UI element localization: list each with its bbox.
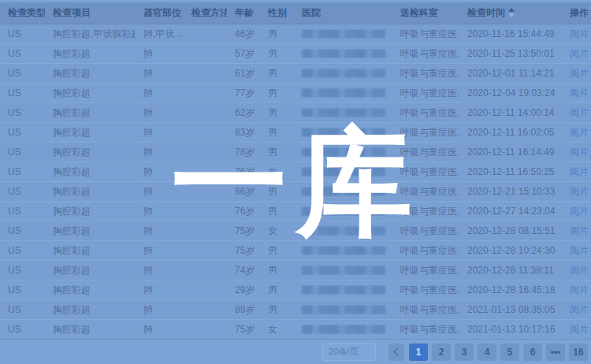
cell-hospital	[294, 108, 392, 117]
cell-exam-time: 2020-12-21 15:10:33	[459, 186, 562, 197]
redacted-hospital-name	[302, 108, 385, 117]
read-film-link[interactable]: 阅片	[570, 166, 589, 177]
redacted-hospital-name	[302, 206, 385, 216]
table-row[interactable]: US 胸腔彩超 肺 62岁 男 呼吸与重症医... 2020-12-11 14:…	[0, 103, 591, 123]
read-film-link[interactable]: 阅片	[570, 284, 589, 295]
page-button-1[interactable]: 1	[409, 344, 428, 361]
table-row[interactable]: US 胸腔彩超 肺 77岁 男 呼吸与重症医... 2020-12-04 19:…	[0, 84, 591, 103]
read-film-link[interactable]: 阅片	[570, 107, 589, 118]
redacted-hospital-name	[302, 49, 385, 58]
table-row[interactable]: US 胸腔彩超 肺 89岁 男 呼吸与重症医... 2021-01-13 08:…	[0, 300, 591, 320]
cell-exam-time: 2021-01-13 10:17:16	[459, 324, 562, 335]
cell-gender: 女	[260, 225, 294, 238]
page-size-select[interactable]: 20条/页	[322, 343, 376, 361]
cell-exam-item: 胸腔彩超	[45, 146, 136, 159]
prev-page-button[interactable]	[388, 344, 404, 361]
cell-exam-time: 2020-11-25 13:50:01	[459, 48, 562, 59]
cell-age: 83岁	[227, 126, 260, 139]
cell-exam-time: 2020-12-04 19:03:24	[459, 87, 562, 98]
page-button-4[interactable]: 4	[478, 344, 496, 361]
sort-caret-icon[interactable]	[508, 7, 516, 18]
col-header-exam-time-sortable[interactable]: 检查时间	[459, 2, 562, 24]
cell-exam-item: 胸腔彩超	[45, 67, 136, 80]
cell-hospital	[294, 206, 392, 216]
read-film-link[interactable]: 阅片	[570, 206, 589, 217]
read-film-link[interactable]: 阅片	[570, 87, 589, 98]
read-film-link[interactable]: 阅片	[570, 324, 589, 335]
cell-exam-item: 胸腔彩超	[45, 165, 136, 179]
cell-age: 75岁	[227, 244, 260, 258]
cell-department: 呼吸与重症医...	[392, 47, 459, 61]
read-film-link[interactable]: 阅片	[570, 147, 589, 158]
redacted-hospital-name	[302, 69, 385, 78]
page-button-2[interactable]: 2	[432, 344, 451, 361]
cell-exam-item: 胸腔彩超	[45, 47, 136, 61]
cell-hospital	[294, 69, 392, 78]
cell-exam-item: 胸腔彩超,甲状腺彩超	[45, 28, 136, 41]
cell-gender: 男	[260, 205, 294, 218]
cell-gender: 男	[260, 47, 294, 61]
cell-gender: 女	[260, 165, 294, 179]
redacted-hospital-name	[302, 29, 385, 39]
page-button-5[interactable]: 5	[500, 344, 519, 361]
read-film-link[interactable]: 阅片	[570, 225, 589, 236]
cell-age: 57岁	[227, 47, 260, 61]
read-film-link[interactable]: 阅片	[570, 245, 589, 256]
cell-age: 77岁	[227, 87, 260, 100]
cell-age: 74岁	[227, 264, 260, 277]
table-row[interactable]: US 胸腔彩超,甲状腺彩超 肺,甲状... 46岁 男 呼吸与重症医... 20…	[0, 24, 591, 44]
table-row[interactable]: US 胸腔彩超 肺 75岁 女 呼吸与重症医... 2020-12-28 08:…	[0, 221, 591, 241]
cell-exam-type: US	[0, 68, 45, 79]
table-row[interactable]: US 胸腔彩超 肺 74岁 男 呼吸与重症医... 2020-12-28 11:…	[0, 261, 591, 280]
table-row[interactable]: US 胸腔彩超 肺 75岁 男 呼吸与重症医... 2020-12-28 10:…	[0, 241, 591, 261]
read-film-link[interactable]: 阅片	[570, 48, 589, 59]
table-row[interactable]: US 胸腔彩超 肺 78岁 男 呼吸与重症医... 2020-12-11 16:…	[0, 143, 591, 162]
cell-hospital	[294, 246, 392, 255]
page-button-16[interactable]: 16	[569, 344, 588, 361]
redacted-hospital-name	[302, 147, 385, 157]
cell-action: 阅片	[562, 106, 591, 120]
pager-more-button[interactable]: •••	[546, 344, 565, 361]
cell-exam-type: US	[0, 186, 45, 197]
cell-organ: 肺	[136, 284, 184, 297]
cell-action: 阅片	[562, 323, 591, 336]
cell-age: 61岁	[227, 67, 260, 80]
redacted-hospital-name	[302, 226, 385, 236]
cell-hospital	[294, 29, 392, 39]
cell-exam-type: US	[0, 28, 45, 39]
table-row[interactable]: US 胸腔彩超 肺 61岁 男 呼吸与重症医... 2020-12-01 11:…	[0, 64, 591, 84]
table-row[interactable]: US 胸腔彩超 肺 66岁 男 呼吸与重症医... 2020-12-21 15:…	[0, 182, 591, 202]
table-row[interactable]: US 胸腔彩超 肺 75岁 女 呼吸与重症医... 2021-01-13 10:…	[0, 320, 591, 340]
read-film-link[interactable]: 阅片	[570, 304, 589, 315]
page-button-3[interactable]: 3	[455, 344, 474, 361]
cell-action: 阅片	[562, 146, 591, 159]
cell-exam-time: 2020-12-11 16:02:05	[459, 127, 562, 138]
cell-organ: 肺	[136, 185, 184, 199]
read-film-link[interactable]: 阅片	[570, 68, 589, 79]
cell-action: 阅片	[562, 284, 591, 297]
cell-exam-time: 2020-12-11 16:50:25	[459, 166, 562, 177]
cell-age: 29岁	[227, 284, 260, 297]
table-row[interactable]: US 胸腔彩超 肺 76岁 女 呼吸与重症医... 2020-12-11 16:…	[0, 162, 591, 182]
read-film-link[interactable]: 阅片	[570, 186, 589, 197]
redacted-hospital-name	[302, 246, 385, 255]
cell-department: 呼吸与重症医...	[392, 106, 459, 120]
sort-descending-icon[interactable]	[508, 13, 515, 17]
sort-ascending-icon[interactable]	[508, 8, 515, 12]
cell-organ: 肺	[136, 165, 184, 179]
table-row[interactable]: US 胸腔彩超 肺 76岁 男 呼吸与重症医... 2020-12-27 14:…	[0, 202, 591, 221]
table-row[interactable]: US 胸腔彩超 肺 57岁 男 呼吸与重症医... 2020-11-25 13:…	[0, 44, 591, 64]
table-body: US 胸腔彩超,甲状腺彩超 肺,甲状... 46岁 男 呼吸与重症医... 20…	[0, 24, 591, 340]
read-film-link[interactable]: 阅片	[570, 127, 589, 138]
table-row[interactable]: US 胸腔彩超 肺 29岁 男 呼吸与重症医... 2020-12-28 16:…	[0, 280, 591, 300]
col-header-gender: 性别	[260, 2, 294, 24]
redacted-hospital-name	[302, 305, 385, 314]
read-film-link[interactable]: 阅片	[570, 28, 589, 39]
col-header-age: 年龄	[227, 2, 260, 24]
page-button-6[interactable]: 6	[523, 344, 542, 361]
cell-exam-time: 2020-12-28 08:15:51	[459, 225, 562, 236]
read-film-link[interactable]: 阅片	[570, 265, 589, 276]
cell-department: 呼吸与重症医...	[392, 67, 459, 80]
cell-age: 46岁	[227, 28, 260, 41]
table-row[interactable]: US 胸腔彩超 肺 83岁 男 呼吸与重症医... 2020-12-11 16:…	[0, 123, 591, 143]
